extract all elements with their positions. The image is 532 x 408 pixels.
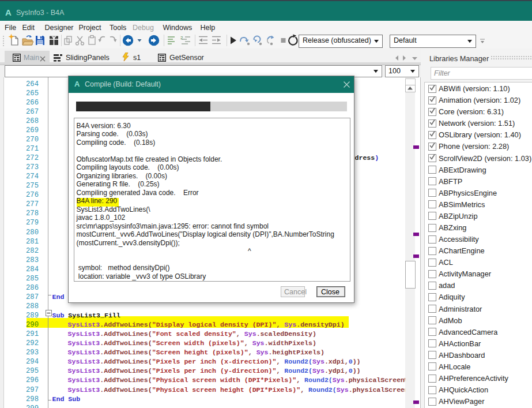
svg-text:2: 2	[180, 35, 183, 40]
